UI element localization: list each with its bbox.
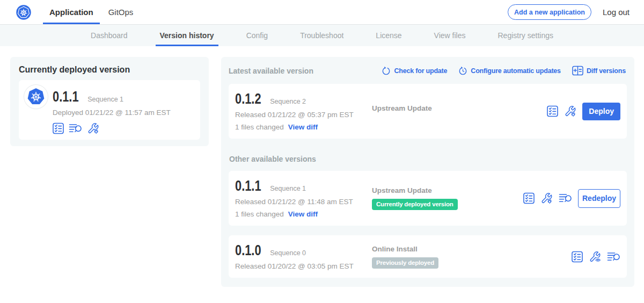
latest-available-title: Latest available version bbox=[229, 67, 313, 75]
preflight-checks-icon[interactable] bbox=[572, 251, 583, 263]
redeploy-button[interactable]: Redeploy bbox=[578, 189, 620, 208]
diff-icon bbox=[572, 66, 583, 76]
diff-versions-link[interactable]: Diff versions bbox=[572, 66, 626, 76]
version-number: 0.1.2 bbox=[235, 91, 261, 106]
released-timestamp: Released 01/21/22 @ 11:48 am EST bbox=[235, 198, 372, 206]
deploy-logs-icon[interactable] bbox=[607, 251, 620, 263]
version-number: 0.1.0 bbox=[235, 243, 261, 258]
current-sequence-label: Sequence 1 bbox=[87, 96, 123, 103]
action-label: Check for update bbox=[394, 67, 447, 75]
version-card-0.1.2: 0.1.2Sequence 2Released 01/21/22 @ 05:37… bbox=[229, 84, 627, 139]
main-content: Currently deployed version bbox=[0, 46, 644, 287]
config-icon[interactable] bbox=[540, 192, 553, 204]
action-label: Configure automatic updates bbox=[471, 67, 561, 75]
current-deployed-timestamp: Deployed 01/21/22 @ 11:57 am EST bbox=[53, 109, 171, 117]
subnav: DashboardVersion historyConfigTroublesho… bbox=[0, 25, 644, 46]
preflight-checks-icon[interactable] bbox=[523, 192, 535, 204]
released-timestamp: Released 01/20/22 @ 03:05 pm EST bbox=[235, 262, 372, 270]
subnav-tab-dashboard[interactable]: Dashboard bbox=[75, 25, 144, 46]
latest-version-header: Latest available version Check for updat… bbox=[229, 66, 626, 76]
version-card-0.1.1: 0.1.1Sequence 1Released 01/21/22 @ 11:48… bbox=[229, 171, 627, 226]
header-tab-application[interactable]: Application bbox=[43, 0, 100, 24]
version-history-panel: Latest available version Check for updat… bbox=[221, 57, 634, 287]
currently-deployed-title: Currently deployed version bbox=[19, 65, 200, 75]
subnav-tab-version-history[interactable]: Version history bbox=[144, 25, 230, 46]
view-diff-link[interactable]: View diff bbox=[288, 123, 318, 131]
app-logo-icon bbox=[24, 85, 48, 109]
sequence-label: Sequence 2 bbox=[270, 98, 306, 105]
status-badge: Currently deployed version bbox=[372, 199, 458, 210]
subnav-tab-view-files[interactable]: View files bbox=[418, 25, 482, 46]
subnav-tab-config[interactable]: Config bbox=[230, 25, 284, 46]
subnav-tab-registry-settings[interactable]: Registry settings bbox=[482, 25, 569, 46]
version-source-label: Online Install bbox=[372, 245, 572, 253]
deploy-logs-icon[interactable] bbox=[559, 192, 572, 204]
preflight-checks-icon[interactable] bbox=[547, 105, 558, 117]
view-diff-link[interactable]: View diff bbox=[288, 210, 318, 218]
auto-update-icon bbox=[458, 66, 467, 75]
subnav-tab-license[interactable]: License bbox=[360, 25, 418, 46]
files-changed-label: 1 files changed bbox=[235, 210, 284, 218]
current-version-number: 0.1.1 bbox=[53, 89, 79, 104]
logout-button[interactable]: Log out bbox=[603, 8, 630, 17]
version-source-label: Upstream Update bbox=[372, 104, 547, 112]
version-number: 0.1.1 bbox=[235, 178, 261, 193]
files-changed-label: 1 files changed bbox=[235, 123, 284, 131]
app-header: ApplicationGitOps Add a new application … bbox=[0, 0, 644, 25]
status-badge: Previously deployed bbox=[372, 257, 438, 269]
view-config-icon[interactable] bbox=[589, 251, 601, 263]
sequence-label: Sequence 1 bbox=[270, 185, 306, 192]
currently-deployed-panel: Currently deployed version bbox=[10, 57, 209, 146]
deploy-button[interactable]: Deploy bbox=[582, 103, 620, 120]
add-application-button[interactable]: Add a new application bbox=[508, 4, 591, 20]
version-source-label: Upstream Update bbox=[372, 186, 523, 194]
current-version-card: 0.1.1 Sequence 1 Deployed 01/21/22 @ 11:… bbox=[19, 80, 200, 140]
preflight-checks-icon[interactable] bbox=[53, 122, 64, 134]
configure-automatic-updates-link[interactable]: Configure automatic updates bbox=[458, 66, 561, 76]
released-timestamp: Released 01/21/22 @ 05:37 pm EST bbox=[235, 111, 372, 119]
sequence-label: Sequence 0 bbox=[270, 249, 306, 257]
header-tab-gitops[interactable]: GitOps bbox=[102, 0, 140, 24]
subnav-tab-troubleshoot[interactable]: Troubleshoot bbox=[284, 25, 360, 46]
header-tabs: ApplicationGitOps bbox=[43, 0, 142, 24]
check-for-update-link[interactable]: Check for update bbox=[382, 66, 447, 76]
refresh-icon bbox=[382, 66, 391, 75]
kubernetes-logo-icon bbox=[16, 5, 31, 20]
action-label: Diff versions bbox=[587, 67, 626, 75]
config-icon[interactable] bbox=[87, 122, 99, 134]
version-card-0.1.0: 0.1.0Sequence 0Released 01/20/22 @ 03:05… bbox=[229, 235, 627, 278]
deploy-logs-icon[interactable] bbox=[69, 122, 82, 134]
other-available-title: Other available versions bbox=[229, 155, 627, 163]
config-icon[interactable] bbox=[564, 105, 576, 117]
